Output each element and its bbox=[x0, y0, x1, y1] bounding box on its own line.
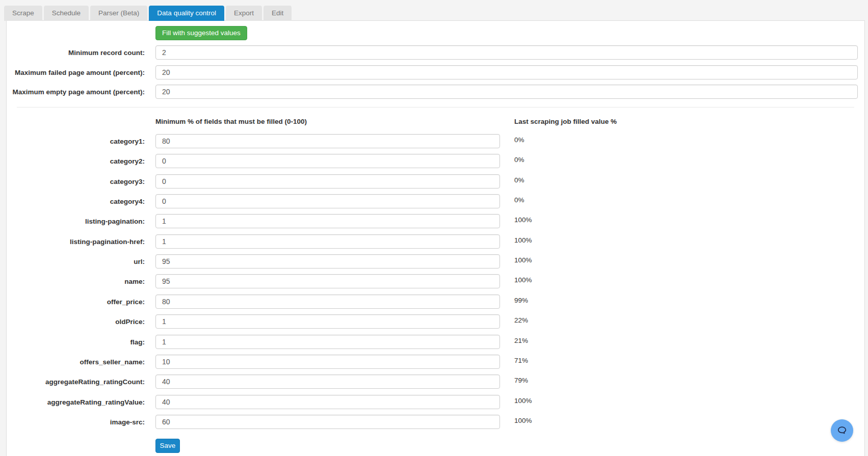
general-setting-row: Maximum failed page amount (percent): bbox=[7, 65, 865, 79]
last-filled-value: 99% bbox=[514, 297, 528, 304]
field-label: flag: bbox=[7, 338, 145, 346]
field-min-percent-input[interactable] bbox=[155, 174, 500, 189]
setting-label: Maximum failed page amount (percent): bbox=[7, 69, 145, 76]
tab-bar: ScrapeScheduleParser (Beta)Data quality … bbox=[4, 6, 292, 21]
field-label: offer_price: bbox=[7, 298, 145, 306]
last-filled-value: 100% bbox=[514, 417, 532, 424]
setting-label: Minimum record count: bbox=[7, 49, 145, 57]
field-threshold-row: name: 100% bbox=[7, 274, 865, 288]
field-threshold-row: aggregateRating_ratingValue: 100% bbox=[7, 395, 865, 409]
field-label: oldPrice: bbox=[7, 318, 145, 326]
field-min-percent-input[interactable] bbox=[155, 294, 500, 309]
field-label: category2: bbox=[7, 157, 145, 165]
field-min-percent-input[interactable] bbox=[155, 234, 500, 249]
last-job-column-header: Last scraping job filled value % bbox=[514, 118, 617, 125]
setting-input[interactable] bbox=[155, 65, 858, 79]
last-filled-value: 100% bbox=[514, 256, 532, 264]
last-filled-value: 0% bbox=[514, 196, 524, 204]
field-label: aggregateRating_ratingCount: bbox=[7, 378, 145, 386]
tab-edit[interactable]: Edit bbox=[264, 6, 292, 21]
field-label: listing-pagination: bbox=[7, 218, 145, 225]
last-filled-value: 22% bbox=[514, 316, 528, 324]
field-min-percent-input[interactable] bbox=[155, 194, 500, 208]
setting-input[interactable] bbox=[155, 45, 858, 60]
last-filled-value: 100% bbox=[514, 236, 532, 244]
general-setting-row: Maximum empty page amount (percent): bbox=[7, 85, 865, 99]
field-label: image-src: bbox=[7, 418, 145, 426]
tab-schedule[interactable]: Schedule bbox=[44, 6, 89, 21]
tab-data-quality-control[interactable]: Data quality control bbox=[149, 6, 224, 21]
field-label: name: bbox=[7, 278, 145, 285]
field-threshold-row: listing-pagination-href: 100% bbox=[7, 234, 865, 249]
tab-export[interactable]: Export bbox=[226, 6, 262, 21]
field-min-percent-input[interactable] bbox=[155, 395, 500, 409]
field-threshold-row: oldPrice: 22% bbox=[7, 314, 865, 329]
field-label: category3: bbox=[7, 178, 145, 185]
field-label: listing-pagination-href: bbox=[7, 238, 145, 246]
setting-input[interactable] bbox=[155, 85, 858, 99]
last-filled-value: 21% bbox=[514, 337, 528, 344]
field-threshold-row: offer_price: 99% bbox=[7, 294, 865, 309]
tab-parser-beta[interactable]: Parser (Beta) bbox=[90, 6, 147, 21]
field-threshold-row: category3: 0% bbox=[7, 174, 865, 189]
tab-scrape[interactable]: Scrape bbox=[4, 6, 42, 21]
min-percent-column-header: Minimum % of fields that must be filled … bbox=[155, 118, 307, 125]
last-filled-value: 0% bbox=[514, 136, 524, 144]
field-label: category4: bbox=[7, 198, 145, 205]
data-quality-panel: Fill with suggested values Minimum recor… bbox=[6, 20, 865, 456]
section-divider bbox=[17, 107, 854, 108]
field-min-percent-input[interactable] bbox=[155, 374, 500, 389]
field-min-percent-input[interactable] bbox=[155, 274, 500, 288]
field-threshold-row: offers_seller_name: 71% bbox=[7, 355, 865, 369]
field-min-percent-input[interactable] bbox=[155, 214, 500, 228]
last-filled-value: 100% bbox=[514, 276, 532, 284]
save-button[interactable]: Save bbox=[155, 439, 180, 453]
last-filled-value: 100% bbox=[514, 397, 532, 405]
chat-widget-button[interactable] bbox=[831, 419, 853, 442]
field-threshold-row: listing-pagination: 100% bbox=[7, 214, 865, 228]
last-filled-value: 0% bbox=[514, 176, 524, 184]
general-setting-row: Minimum record count: bbox=[7, 45, 865, 60]
field-threshold-row: flag: 21% bbox=[7, 335, 865, 349]
last-filled-value: 0% bbox=[514, 156, 524, 164]
field-threshold-row: category4: 0% bbox=[7, 194, 865, 208]
field-threshold-row: aggregateRating_ratingCount: 79% bbox=[7, 374, 865, 389]
field-min-percent-input[interactable] bbox=[155, 415, 500, 429]
field-threshold-row: category2: 0% bbox=[7, 154, 865, 168]
field-label: url: bbox=[7, 258, 145, 265]
chat-bubble-icon bbox=[836, 424, 848, 437]
page-root: { "tabs": [ { "id": "scrape", "label": "… bbox=[0, 0, 868, 456]
field-label: offers_seller_name: bbox=[7, 358, 145, 366]
field-min-percent-input[interactable] bbox=[155, 134, 500, 148]
last-filled-value: 79% bbox=[514, 377, 528, 384]
fill-with-suggested-values-button[interactable]: Fill with suggested values bbox=[155, 26, 247, 40]
field-threshold-row: url: 100% bbox=[7, 254, 865, 269]
field-min-percent-input[interactable] bbox=[155, 254, 500, 269]
last-filled-value: 71% bbox=[514, 357, 528, 364]
field-label: category1: bbox=[7, 138, 145, 145]
field-min-percent-input[interactable] bbox=[155, 154, 500, 168]
field-min-percent-input[interactable] bbox=[155, 314, 500, 329]
field-label: aggregateRating_ratingValue: bbox=[7, 398, 145, 406]
last-filled-value: 100% bbox=[514, 216, 532, 224]
field-threshold-row: category1: 0% bbox=[7, 134, 865, 148]
field-min-percent-input[interactable] bbox=[155, 335, 500, 349]
field-threshold-row: image-src: 100% bbox=[7, 415, 865, 429]
field-min-percent-input[interactable] bbox=[155, 355, 500, 369]
setting-label: Maximum empty page amount (percent): bbox=[7, 88, 145, 96]
